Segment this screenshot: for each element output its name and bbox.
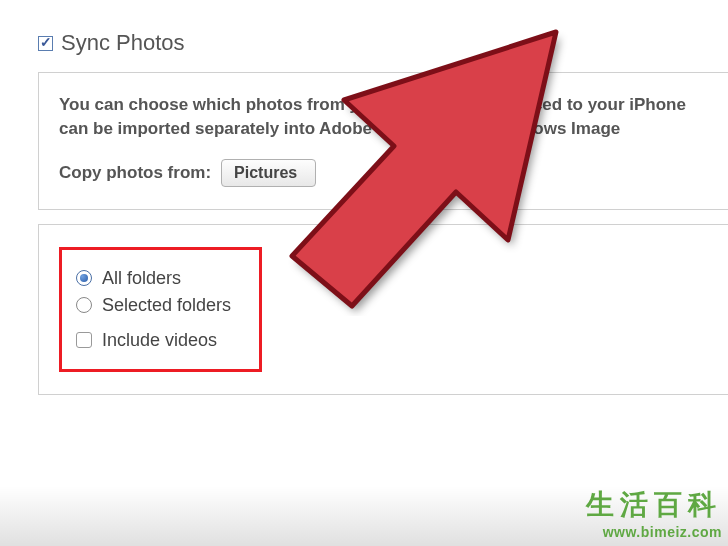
- sync-photos-checkbox[interactable]: [38, 36, 53, 51]
- selected-folders-radio[interactable]: [76, 297, 92, 313]
- folders-panel: All folders Selected folders Include vid…: [38, 224, 728, 395]
- sync-photos-header: Sync Photos: [38, 30, 728, 56]
- watermark-url: www.bimeiz.com: [586, 524, 722, 540]
- watermark: 生活百科 www.bimeiz.com: [586, 486, 722, 540]
- copy-from-label: Copy photos from:: [59, 163, 211, 183]
- include-videos-checkbox[interactable]: [76, 332, 92, 348]
- include-videos-label: Include videos: [102, 330, 217, 351]
- selected-folders-row[interactable]: Selected folders: [76, 295, 231, 316]
- all-folders-label: All folders: [102, 268, 181, 289]
- selected-folders-label: Selected folders: [102, 295, 231, 316]
- folders-highlight: All folders Selected folders Include vid…: [59, 247, 262, 372]
- watermark-chinese: 生活百科: [586, 486, 722, 524]
- info-line-2: can be imported separately into Adobe Ph…: [59, 117, 708, 141]
- copy-from-dropdown[interactable]: Pictures: [221, 159, 316, 187]
- info-panel: You can choose which photos from your co…: [38, 72, 728, 210]
- include-videos-row[interactable]: Include videos: [76, 330, 231, 351]
- sync-photos-title: Sync Photos: [61, 30, 185, 56]
- all-folders-radio[interactable]: [76, 270, 92, 286]
- info-line-1: You can choose which photos from your co…: [59, 93, 708, 117]
- all-folders-row[interactable]: All folders: [76, 268, 231, 289]
